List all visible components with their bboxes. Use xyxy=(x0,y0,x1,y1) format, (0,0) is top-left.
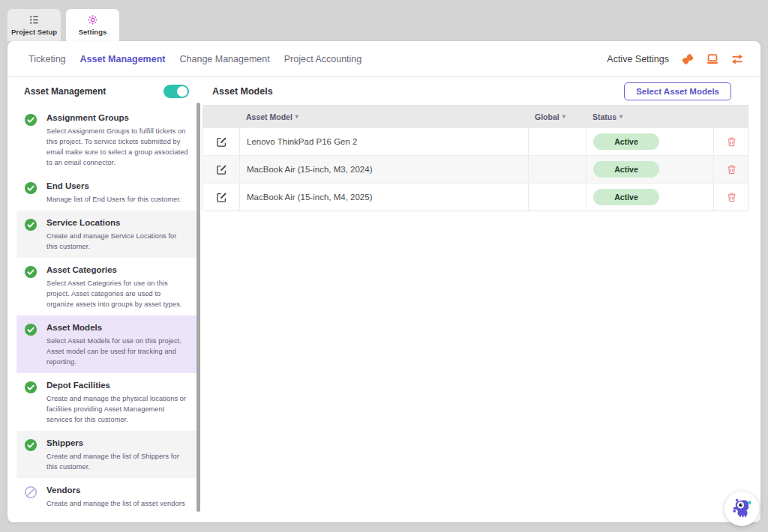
delete-button[interactable] xyxy=(726,191,737,203)
edit-button[interactable] xyxy=(216,192,227,203)
select-asset-models-button[interactable]: Select Asset Models xyxy=(624,82,731,100)
column-header-asset-model[interactable]: Asset Model▾ xyxy=(239,106,528,127)
sidebar-item-depot-facilities[interactable]: Depot FacilitiesCreate and manage the ph… xyxy=(16,373,196,431)
sidebar-item-title: Service Locations xyxy=(46,217,189,228)
laptop-icon[interactable] xyxy=(705,52,720,66)
section-title: Asset Models xyxy=(212,86,273,97)
sidebar-item-description: Manage list of End Users for this custom… xyxy=(46,194,189,205)
tab-settings[interactable]: Settings xyxy=(66,9,119,41)
table-body: Lenovo ThinkPad P16 Gen 2ActiveMacBook A… xyxy=(203,127,748,211)
sidebar-list: Assignment GroupsSelect Assignment Group… xyxy=(16,106,196,517)
gear-icon xyxy=(87,14,98,25)
tab-ticketing[interactable]: Ticketing xyxy=(28,54,66,64)
sidebar-item-text: End UsersManage list of End Users for th… xyxy=(46,181,189,205)
sidebar-item-vendors[interactable]: VendorsCreate and manage the list of ass… xyxy=(16,478,196,515)
sidebar-item-text: Service LocationsCreate and manage Servi… xyxy=(46,217,189,252)
global-cell xyxy=(528,184,586,211)
sidebar-item-description: Select Asset Models for use on this proj… xyxy=(46,336,189,367)
sidebar-item-asset-models[interactable]: Asset ModelsSelect Asset Models for use … xyxy=(16,315,196,373)
sidebar-item-title: Shippers xyxy=(46,438,189,448)
delete-button[interactable] xyxy=(726,136,737,148)
sidebar-item-description: Select Assignment Groups to fulfill tick… xyxy=(46,126,189,168)
sidebar-item-title: Asset Categories xyxy=(46,265,189,275)
tab-project-accounting[interactable]: Project Accounting xyxy=(284,54,362,64)
settings-panel: TicketingAsset ManagementChange Manageme… xyxy=(8,41,760,522)
active-settings-label: Active Settings xyxy=(607,54,669,64)
checklist-icon xyxy=(28,14,40,25)
window-tabs: Project Setup Settings xyxy=(8,9,119,41)
sidebar-item-shippers[interactable]: ShippersCreate and manage the list of Sh… xyxy=(16,431,196,478)
sidebar-item-text: ShippersCreate and manage the list of Sh… xyxy=(46,438,189,472)
swap-arrows-icon[interactable] xyxy=(730,52,745,66)
column-label: Status xyxy=(592,112,616,121)
asset-models-section: Asset Models Select Asset Models Asset M… xyxy=(202,77,756,517)
global-cell xyxy=(528,156,586,183)
edit-button[interactable] xyxy=(216,164,227,175)
sort-caret-icon: ▾ xyxy=(620,113,622,120)
sidebar-header: Asset Management xyxy=(16,77,196,106)
sidebar-item-title: End Users xyxy=(46,181,189,191)
status-badge: Active xyxy=(593,189,659,205)
asset-management-toggle[interactable] xyxy=(164,85,189,98)
check-circle-icon xyxy=(24,265,46,309)
check-circle-icon xyxy=(24,438,46,472)
check-circle-icon xyxy=(24,181,46,205)
asset-models-table: Asset Model▾Global▾Status▾ Lenovo ThinkP… xyxy=(202,105,748,211)
column-header-status[interactable]: Status▾ xyxy=(586,106,713,127)
check-circle-icon xyxy=(24,112,46,168)
tickets-icon[interactable] xyxy=(680,52,695,66)
sidebar-item-description: Create and manage the list of Shippers f… xyxy=(46,451,189,472)
sidebar-item-title: Depot Facilities xyxy=(46,380,189,390)
global-cell xyxy=(528,128,586,155)
sort-caret-icon: ▾ xyxy=(296,113,298,120)
asset-models-header: Asset Models Select Asset Models xyxy=(202,77,756,105)
tab-asset-management[interactable]: Asset Management xyxy=(80,54,166,64)
column-header-empty xyxy=(713,106,749,127)
table-row: Lenovo ThinkPad P16 Gen 2Active xyxy=(203,127,748,155)
asset-model-cell: MacBook Air (15-inch, M3, 2024) xyxy=(239,156,528,183)
sidebar-item-service-locations[interactable]: Service LocationsCreate and manage Servi… xyxy=(16,211,196,258)
robot-mascot-icon xyxy=(730,495,754,522)
column-header-empty xyxy=(203,106,239,127)
edit-button[interactable] xyxy=(216,136,227,148)
sidebar-item-text: VendorsCreate and manage the list of ass… xyxy=(46,485,189,509)
tab-label: Project Setup xyxy=(11,28,57,36)
column-label: Global xyxy=(535,112,560,121)
check-circle-icon xyxy=(24,322,46,367)
column-label: Asset Model xyxy=(246,112,292,121)
active-settings-group: Active Settings xyxy=(607,52,745,66)
tab-label: Settings xyxy=(79,28,106,36)
sidebar-item-assignment-groups[interactable]: Assignment GroupsSelect Assignment Group… xyxy=(16,106,196,174)
tab-project-setup[interactable]: Project Setup xyxy=(8,9,61,41)
table-row: MacBook Air (15-inch, M3, 2024)Active xyxy=(203,155,748,183)
sidebar-item-title: Asset Models xyxy=(46,322,189,333)
sidebar-item-text: Depot FacilitiesCreate and manage the ph… xyxy=(46,380,189,425)
tab-change-management[interactable]: Change Management xyxy=(180,54,270,64)
toggle-knob xyxy=(177,86,188,97)
sidebar-scrollbar[interactable] xyxy=(196,103,200,512)
sidebar-item-description: Select Asset Categories for use on this … xyxy=(46,278,189,309)
check-circle-icon xyxy=(24,380,46,425)
sidebar-item-description: Create and manage the list of asset vend… xyxy=(46,498,189,509)
sidebar-item-asset-categories[interactable]: Asset CategoriesSelect Asset Categories … xyxy=(16,258,196,315)
sidebar-item-description: Create and manage Service Locations for … xyxy=(46,231,189,252)
check-circle-icon xyxy=(24,217,46,252)
sidebar-title: Asset Management xyxy=(24,86,106,97)
sidebar-item-title: Vendors xyxy=(46,485,189,495)
settings-tabbar: TicketingAsset ManagementChange Manageme… xyxy=(8,41,760,77)
sidebar-item-end-users[interactable]: End UsersManage list of End Users for th… xyxy=(16,174,196,211)
settings-tabs: TicketingAsset ManagementChange Manageme… xyxy=(28,54,362,64)
table-row: MacBook Air (15-inch, M4, 2025)Active xyxy=(203,183,748,211)
help-widget-button[interactable] xyxy=(724,492,759,526)
sidebar-item-text: Asset ModelsSelect Asset Models for use … xyxy=(46,322,189,367)
table-header-row: Asset Model▾Global▾Status▾ xyxy=(203,106,748,127)
column-header-global[interactable]: Global▾ xyxy=(528,106,586,127)
sidebar-item-text: Asset CategoriesSelect Asset Categories … xyxy=(46,265,189,309)
sidebar-item-text: Assignment GroupsSelect Assignment Group… xyxy=(46,112,189,168)
asset-management-sidebar: Asset Management Assignment GroupsSelect… xyxy=(16,77,196,516)
sidebar-item-description: Create and manage the physical locations… xyxy=(46,393,189,425)
sort-caret-icon: ▾ xyxy=(562,113,566,120)
status-badge: Active xyxy=(593,133,659,150)
sidebar-item-title: Assignment Groups xyxy=(46,112,189,123)
delete-button[interactable] xyxy=(726,163,737,175)
